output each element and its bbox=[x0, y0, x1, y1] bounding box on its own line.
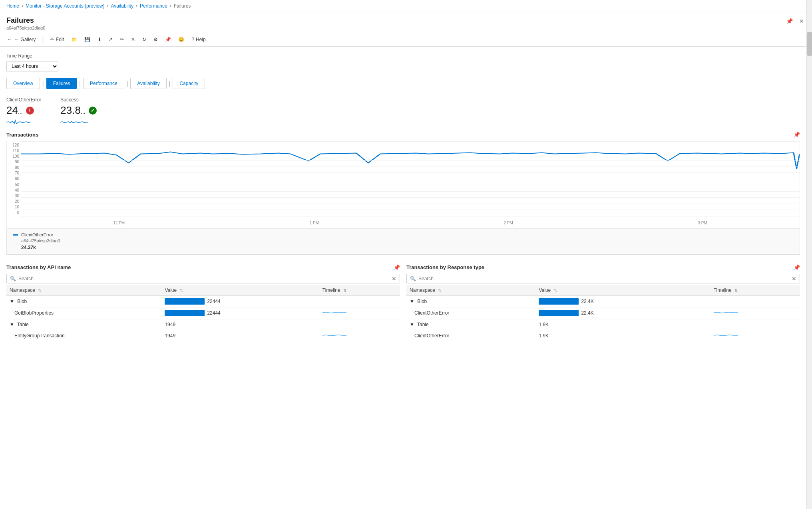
getblob-bar bbox=[165, 310, 205, 316]
tab-availability[interactable]: Availability bbox=[130, 78, 166, 89]
share-icon: ↗ bbox=[109, 37, 113, 42]
breadcrumb-home[interactable]: Home bbox=[6, 3, 19, 9]
table-response-section: Transactions by Response type 📌 🔍 ✕ Name… bbox=[406, 264, 800, 342]
main-content: Time Range Last 4 hours Last 1 hour Last… bbox=[0, 47, 806, 352]
metric-success-status-icon: ✓ bbox=[89, 107, 97, 115]
folder-button[interactable]: 📁 bbox=[70, 35, 78, 44]
pin-window-button[interactable]: 📌 bbox=[784, 16, 794, 26]
tab-capacity[interactable]: Capacity bbox=[173, 78, 205, 89]
table-response-title: Transactions by Response type bbox=[406, 264, 484, 270]
legend-color-bar bbox=[13, 234, 18, 236]
edit-button[interactable]: ✏ Edit bbox=[50, 35, 65, 44]
transactions-pin-icon[interactable]: 📌 bbox=[793, 131, 800, 138]
breadcrumb-availability[interactable]: Availability bbox=[111, 3, 133, 9]
emoji-button[interactable]: 😊 bbox=[177, 35, 185, 44]
legend-sublabel: a64sl75picsp2diag0 bbox=[21, 238, 60, 244]
col-timeline: Timeline ⇅ bbox=[319, 285, 400, 296]
table-api-title: Transactions by API name bbox=[6, 264, 71, 270]
expand-table-icon[interactable]: ▼ bbox=[10, 322, 14, 327]
table-row: ▼ Table 1.9K bbox=[406, 319, 800, 330]
breadcrumb-current: Failures bbox=[174, 3, 191, 9]
table-api-search-clear[interactable]: ✕ bbox=[392, 276, 396, 281]
time-range-label: Time Range bbox=[6, 53, 800, 59]
metric-success-sparkline bbox=[60, 118, 96, 127]
page-subtitle: a64sl75picsp2diag0 bbox=[6, 26, 45, 30]
legend-label: ClientOtherError bbox=[21, 232, 60, 238]
share-button[interactable]: ↗ bbox=[108, 35, 113, 44]
col-value: Value ⇅ bbox=[161, 285, 319, 296]
refresh-button[interactable]: ↻ bbox=[141, 35, 147, 44]
time-range-section: Time Range Last 4 hours Last 1 hour Last… bbox=[6, 53, 800, 71]
table-row: ▼ Table 1949 bbox=[6, 319, 400, 330]
transactions-section: Transactions 📌 120 110 100 90 80 70 60 5… bbox=[6, 131, 800, 255]
pin-icon: 📌 bbox=[165, 37, 171, 42]
scrollbar-thumb[interactable] bbox=[807, 32, 812, 56]
tab-performance[interactable]: Performance bbox=[83, 78, 124, 89]
metric-client-value: 24... bbox=[6, 104, 23, 117]
save-button[interactable]: 💾 bbox=[84, 35, 91, 44]
table-row: EntityGroupTransaction 1949 bbox=[6, 330, 400, 342]
table-response-search-clear[interactable]: ✕ bbox=[792, 276, 796, 281]
table-response-search-bar: 🔍 ✕ bbox=[406, 274, 800, 283]
transactions-title: Transactions bbox=[6, 132, 38, 138]
chart-y-axis: 120 110 100 90 80 70 60 50 40 30 20 10 0 bbox=[7, 141, 21, 216]
download-button[interactable]: ⬇ bbox=[97, 35, 102, 44]
table-api-search-input[interactable] bbox=[18, 276, 389, 281]
table-row: ▼ Blob 22444 bbox=[6, 295, 400, 307]
settings-button[interactable]: ⚙ bbox=[153, 35, 159, 44]
scrollbar-track[interactable] bbox=[806, 0, 812, 352]
table-row: ClientOtherError 1.9K bbox=[406, 330, 800, 342]
breadcrumb-monitor[interactable]: Monitor - Storage Accounts (preview) bbox=[26, 3, 104, 9]
pencil-icon: ✏ bbox=[50, 37, 54, 42]
tab-overview[interactable]: Overview bbox=[6, 78, 40, 89]
col-value: Value ⇅ bbox=[535, 285, 710, 296]
blob-bar bbox=[165, 298, 205, 305]
refresh-icon: ↻ bbox=[142, 37, 146, 42]
metric-client-status-icon: ! bbox=[26, 107, 34, 115]
table-response-search-input[interactable] bbox=[418, 276, 789, 281]
chart-legend: ClientOtherError a64sl75picsp2diag0 24.3… bbox=[6, 229, 800, 255]
search-icon: 🔍 bbox=[410, 276, 416, 281]
arrow-left-icon: ← bbox=[7, 37, 12, 42]
breadcrumb: Home › Monitor - Storage Accounts (previ… bbox=[0, 0, 812, 12]
breadcrumb-performance[interactable]: Performance bbox=[140, 3, 167, 9]
search-icon: 🔍 bbox=[10, 276, 16, 281]
table-response: Namespace ⇅ Value ⇅ Timeline ⇅ ▼ Blob bbox=[406, 285, 800, 342]
table-api-section: Transactions by API name 📌 🔍 ✕ Namespace… bbox=[6, 264, 400, 342]
tab-failures[interactable]: Failures bbox=[46, 78, 77, 89]
expand-blob-icon[interactable]: ▼ bbox=[10, 299, 14, 304]
metric-client-label: ClientOtherError bbox=[6, 97, 41, 103]
close-window-button[interactable]: ✕ bbox=[798, 16, 806, 26]
table-api: Namespace ⇅ Value ⇅ Timeline ⇅ ▼ Blob bbox=[6, 285, 400, 342]
toolbar: ← ← Gallery | ✏ Edit 📁 💾 ⬇ ↗ ✏ ✕ ↻ ⚙ 📌 😊… bbox=[0, 33, 812, 47]
time-range-select[interactable]: Last 4 hours Last 1 hour Last 12 hours L… bbox=[6, 61, 58, 71]
table-api-pin-icon[interactable]: 📌 bbox=[393, 264, 400, 271]
table-response-pin-icon[interactable]: 📌 bbox=[793, 264, 800, 271]
pin-toolbar-button[interactable]: 📌 bbox=[164, 35, 172, 44]
metric-success-value: 23.8... bbox=[60, 104, 85, 117]
bottom-tables: Transactions by API name 📌 🔍 ✕ Namespace… bbox=[6, 264, 800, 352]
legend-value: 24.37k bbox=[21, 244, 60, 251]
metrics-row: ClientOtherError 24... ! Success 23.8...… bbox=[6, 89, 800, 131]
table-row: ClientOtherError 22.4K bbox=[406, 307, 800, 319]
table-row: GetBlobProperties 22444 bbox=[6, 307, 400, 319]
expand-table-resp-icon[interactable]: ▼ bbox=[410, 322, 414, 327]
help-button[interactable]: ? Help bbox=[191, 35, 206, 44]
expand-blob-resp-icon[interactable]: ▼ bbox=[410, 299, 414, 304]
metric-success: Success 23.8... ✓ bbox=[60, 97, 96, 127]
chart-x-axis: 12 PM 1 PM 2 PM 3 PM bbox=[21, 217, 800, 228]
col-namespace: Namespace ⇅ bbox=[6, 285, 161, 296]
edit2-button[interactable]: ✏ bbox=[119, 35, 125, 44]
gallery-button[interactable]: ← ← Gallery bbox=[6, 35, 36, 44]
metric-success-label: Success bbox=[60, 97, 96, 103]
question-icon: ? bbox=[191, 37, 194, 42]
page-title: Failures bbox=[6, 16, 45, 25]
col-timeline: Timeline ⇅ bbox=[710, 285, 800, 296]
close-icon: ✕ bbox=[131, 37, 135, 42]
save-icon: 💾 bbox=[84, 37, 90, 42]
close-toolbar-button[interactable]: ✕ bbox=[130, 35, 136, 44]
client-err-bar bbox=[539, 310, 579, 316]
edit-icon: ✏ bbox=[120, 37, 124, 42]
tab-bar: Overview | Failures | Performance | Avai… bbox=[6, 78, 800, 89]
metric-client-other-error: ClientOtherError 24... ! bbox=[6, 97, 41, 127]
